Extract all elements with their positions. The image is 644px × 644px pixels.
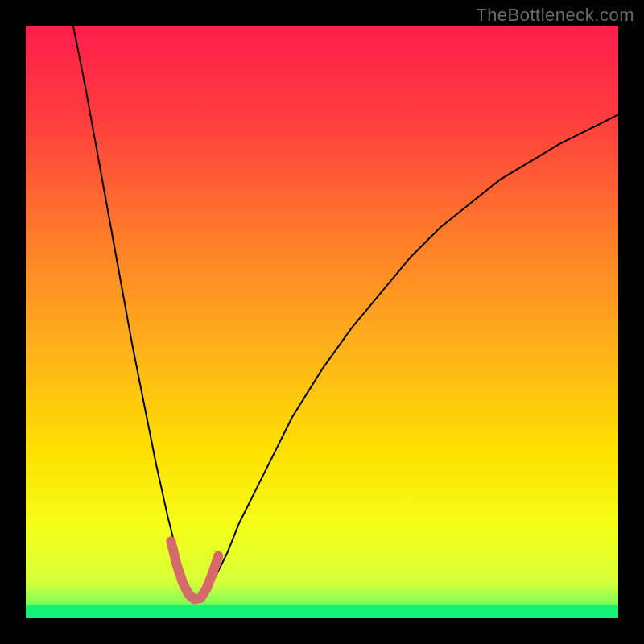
chart-plot	[0, 0, 644, 644]
gradient-bg	[26, 26, 618, 618]
chart-stage: TheBottleneck.com	[0, 0, 644, 644]
watermark-text: TheBottleneck.com	[476, 5, 634, 26]
green-baseline	[26, 605, 618, 618]
